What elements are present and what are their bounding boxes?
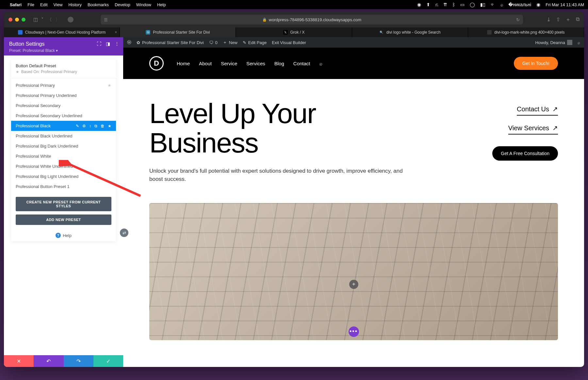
create-preset-button[interactable]: CREATE NEW PRESET FROM CURRENT STYLES <box>16 197 111 211</box>
menubar-file[interactable]: File <box>27 2 34 7</box>
preset-item[interactable]: Professional Secondary <box>11 101 116 111</box>
user-icon[interactable]: ◯ <box>470 2 475 7</box>
tab-cloudways[interactable]: Cloudways | Next-Gen Cloud Hosting Platf… <box>4 27 120 37</box>
preset-item[interactable]: Professional Black Underlined <box>11 131 116 141</box>
hero-link-contact[interactable]: Contact Us ↗ <box>517 105 558 116</box>
hero-link-services[interactable]: View Services ↗ <box>508 124 558 135</box>
tab-divi[interactable]: ⓦ Professional Starter Site For Divi <box>120 27 236 37</box>
lock-icon: 🔒 <box>262 18 267 22</box>
wp-logo-icon[interactable]: ⓦ <box>127 40 131 45</box>
search-icon[interactable]: ⌕ <box>319 61 322 66</box>
help-link[interactable]: ? Help <box>11 230 116 241</box>
expand-handle[interactable]: ⇄ <box>120 229 128 237</box>
tab-dropdown-icon[interactable]: ˅ <box>41 17 44 23</box>
menubar-app-name[interactable]: Safari <box>10 2 22 7</box>
star-icon[interactable]: ★ <box>107 83 111 88</box>
star-icon[interactable]: ★ <box>108 124 111 128</box>
download-icon[interactable]: ⤓ <box>547 16 551 23</box>
status-icon-4[interactable]: ⇈ <box>443 2 447 7</box>
menubar-datetime[interactable]: Fri Mar 14 11:43 AM <box>546 2 584 7</box>
control-center-icon[interactable]: �никальні <box>508 2 531 7</box>
window-close-button[interactable] <box>8 18 12 22</box>
close-icon[interactable]: × <box>115 30 117 35</box>
based-on-label: ★ Based On: Professional Primary <box>16 70 111 74</box>
hero-consult-button[interactable]: Get A Free Consultation <box>492 146 558 161</box>
building-image-placeholder <box>149 203 558 340</box>
preset-item-selected[interactable]: Professional Black ✎ ⚙ ↕ ⧉ 🗑 ★ <box>11 121 116 131</box>
close-button[interactable]: ✕ <box>4 355 34 367</box>
extension-icon[interactable] <box>68 17 74 23</box>
focus-icon[interactable]: ⛶ <box>97 41 101 46</box>
wifi-icon[interactable]: ᯤ <box>491 2 495 7</box>
spotlight-icon[interactable]: ⌕ <box>500 2 503 7</box>
kebab-menu-icon[interactable]: ⋮ <box>115 41 119 46</box>
new-tab-icon[interactable]: ＋ <box>565 16 571 23</box>
status-icon-2[interactable]: ⬆ <box>426 2 430 7</box>
wp-new[interactable]: ＋ New <box>223 40 237 45</box>
add-preset-button[interactable]: ADD NEW PRESET <box>16 214 111 225</box>
menubar-bookmarks[interactable]: Bookmarks <box>88 2 109 7</box>
default-preset-block[interactable]: Button Default Preset ★ Based On: Profes… <box>11 59 116 78</box>
nav-home[interactable]: Home <box>177 61 190 66</box>
menubar-help[interactable]: Help <box>157 2 166 7</box>
siri-icon[interactable]: ◉ <box>536 2 540 7</box>
menubar-develop[interactable]: Develop <box>115 2 130 7</box>
trash-icon[interactable]: 🗑 <box>101 124 105 128</box>
back-button-icon[interactable]: 〈 <box>47 17 52 23</box>
gear-icon[interactable]: ⚙ <box>82 124 86 128</box>
status-icon-3[interactable]: ⎌ <box>435 2 438 7</box>
edit-icon[interactable]: ✎ <box>76 124 79 128</box>
settings-subtitle[interactable]: Preset: Professional Black ▾ <box>9 48 118 53</box>
wp-comments[interactable]: 🗨 0 <box>209 40 218 45</box>
tab-image[interactable]: divi-logo-mark-white.png 400×400 pixels <box>468 27 584 37</box>
bluetooth-icon[interactable]: ᛒ <box>452 2 455 7</box>
preset-item[interactable]: Professional Primary★ <box>11 80 116 90</box>
redo-button[interactable]: ↷ <box>64 355 93 367</box>
more-options-button[interactable]: ••• <box>349 326 359 337</box>
nav-services[interactable]: Services <box>246 61 265 66</box>
wp-edit-page[interactable]: ✎ Edit Page <box>243 40 267 45</box>
preset-item[interactable]: Professional Big Light Underlined <box>11 171 116 182</box>
status-icon-1[interactable]: ◉ <box>417 2 421 7</box>
save-button[interactable]: ✓ <box>93 355 123 367</box>
address-bar[interactable]: ☰ 🔒 wordpress-784896-5338819.cloudwaysap… <box>101 15 523 24</box>
preset-item[interactable]: Professional White Underlined <box>11 161 116 171</box>
preset-item[interactable]: Professional Button Preset 1 <box>11 182 116 192</box>
menubar-history[interactable]: History <box>68 2 81 7</box>
sidebar-toggle-icon[interactable]: ◫ <box>33 17 38 23</box>
sync-icon[interactable]: ↕ <box>89 124 91 128</box>
tab-grok[interactable]: 𝕏 Grok / X <box>236 27 352 37</box>
wp-site-name[interactable]: ✿Professional Starter Site For Divi <box>137 40 204 45</box>
wp-search-icon[interactable]: ⌕ <box>578 40 580 45</box>
panel-icon[interactable]: ◨ <box>106 41 110 46</box>
preset-item[interactable]: Professional White <box>11 151 116 161</box>
undo-button[interactable]: ↶ <box>34 355 63 367</box>
battery-icon[interactable]: ▮▯ <box>480 2 485 7</box>
wp-exit-vb[interactable]: Exit Visual Builder <box>272 40 306 45</box>
display-icon[interactable]: ▭ <box>460 2 465 7</box>
tab-google[interactable]: 🔍 divi logo white - Google Search <box>352 27 468 37</box>
nav-contact[interactable]: Contact <box>293 61 310 66</box>
menubar-window[interactable]: Window <box>136 2 151 7</box>
reload-icon[interactable]: ↻ <box>516 17 520 22</box>
window-minimize-button[interactable] <box>15 18 19 22</box>
add-module-button[interactable]: ＋ <box>349 280 358 289</box>
tabs-overview-icon[interactable]: ⧉ <box>576 16 580 23</box>
preset-item[interactable]: Professional Big Dark Underlined <box>11 141 116 151</box>
nav-about[interactable]: About <box>199 61 212 66</box>
window-zoom-button[interactable] <box>22 18 25 22</box>
preset-item[interactable]: Professional Primary Underlined <box>11 90 116 101</box>
site-logo[interactable]: D <box>149 56 164 71</box>
preset-item[interactable]: Professional Secondary Underlined <box>11 111 116 121</box>
menubar-edit[interactable]: Edit <box>40 2 47 7</box>
wp-howdy[interactable]: Howdy, Deanna <box>535 40 572 45</box>
tab-label: Cloudways | Next-Gen Cloud Hosting Platf… <box>25 30 106 35</box>
cta-button[interactable]: Get In Touch! <box>514 57 558 70</box>
forward-button-icon[interactable]: 〉 <box>55 17 60 23</box>
duplicate-icon[interactable]: ⧉ <box>94 124 97 128</box>
nav-service[interactable]: Service <box>221 61 237 66</box>
reader-icon[interactable]: ☰ <box>104 17 108 22</box>
menubar-view[interactable]: View <box>54 2 63 7</box>
nav-blog[interactable]: Blog <box>274 61 284 66</box>
share-icon[interactable]: ⇧ <box>556 16 560 23</box>
